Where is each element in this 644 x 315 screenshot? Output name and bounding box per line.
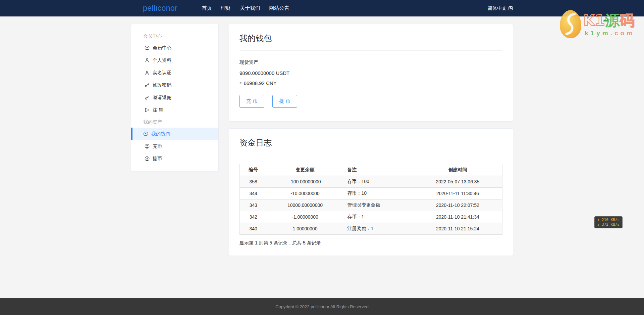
cell-id: 344 — [240, 188, 267, 199]
cell-amount: -10.00000000 — [267, 188, 343, 199]
table-row: 358 -100.00000000 存币：100 2022-05-07 13:0… — [240, 176, 502, 188]
sidebar-item-deposit[interactable]: 充币 — [131, 140, 218, 152]
user-circle-icon — [145, 45, 150, 50]
sidebar-section-my-assets: 我的资产 — [131, 117, 218, 128]
user-circle-icon — [145, 156, 150, 161]
cell-id: 358 — [240, 176, 267, 188]
spot-asset-label: 现货资产 — [239, 59, 502, 65]
cell-note: 存币：10 — [343, 188, 413, 199]
sidebar-item-change-password[interactable]: 修改密码 — [131, 79, 218, 91]
key-icon — [145, 95, 150, 100]
divider — [239, 50, 502, 51]
page-content: 会员中心 会员中心 个人资料 实名认证 修改密码 — [131, 16, 513, 298]
nav-home[interactable]: 首页 — [202, 5, 212, 11]
sidebar: 会员中心 会员中心 个人资料 实名认证 修改密码 — [131, 24, 219, 171]
upload-speed: 210 KB/s — [602, 218, 620, 222]
network-speed-overlay: ↑ 210 KB/s ↓ 372 KB/s — [594, 216, 623, 228]
watermark-domain-right: .com — [610, 30, 635, 37]
watermark-domain: k1ym.com — [585, 30, 635, 37]
sidebar-item-label: 个人资料 — [153, 57, 171, 63]
nav-about[interactable]: 关于我们 — [240, 5, 260, 11]
sidebar-item-label: 注 销 — [153, 107, 163, 113]
withdraw-button[interactable]: 提 币 — [272, 95, 297, 108]
sidebar-item-profile[interactable]: 个人资料 — [131, 54, 218, 66]
fund-log-title: 资金日志 — [239, 137, 502, 148]
main-nav: 首页 理财 关于我们 网站公告 — [202, 5, 289, 11]
sidebar-item-withdraw[interactable]: 提币 — [131, 152, 218, 165]
nav-finance[interactable]: 理财 — [221, 5, 231, 11]
sidebar-item-label: 修改密码 — [153, 82, 171, 88]
column-header-id: 编号 — [240, 164, 267, 176]
sidebar-item-label: 实名认证 — [153, 70, 171, 76]
language-icon — [508, 6, 513, 11]
cell-time: 2020-11-10 21:15:24 — [413, 223, 502, 235]
cell-note: 存币：1 — [343, 211, 413, 223]
sidebar-item-label: 提币 — [153, 156, 162, 162]
watermark-domain-left: k1ym — [585, 30, 610, 37]
user-circle-icon — [145, 144, 150, 149]
footer: Copyright © 2022 pelliconor All Rights R… — [0, 298, 644, 315]
table-row: 343 10000.00000000 管理员变更金额 2020-11-10 22… — [240, 199, 502, 211]
cell-note: 存币：100 — [343, 176, 413, 188]
sidebar-item-kyc[interactable]: 实名认证 — [131, 66, 218, 79]
table-row: 340 1.00000000 注册奖励：1 2020-11-10 21:15:2… — [240, 223, 502, 235]
wallet-card: 我的钱包 现货资产 9890.00000000 USDT ≈ 66988.92 … — [229, 24, 513, 122]
brand-logo[interactable]: pelliconor — [143, 4, 177, 13]
sidebar-item-label: 邀请返佣 — [153, 95, 171, 101]
wallet-title: 我的钱包 — [239, 33, 502, 44]
cell-amount: 1.00000000 — [267, 223, 343, 235]
cell-id: 342 — [240, 211, 267, 223]
sidebar-item-label: 会员中心 — [153, 45, 171, 51]
column-header-amount: 变更余额 — [267, 164, 343, 176]
column-header-time: 创建时间 — [413, 164, 502, 176]
table-row: 344 -10.00000000 存币：10 2020-11-11 11:30:… — [240, 188, 502, 199]
table-row: 342 -1.00000000 存币：1 2020-11-10 21:41:34 — [240, 211, 502, 223]
divider — [239, 155, 502, 155]
sidebar-item-label: 充币 — [153, 143, 162, 149]
user-icon — [145, 70, 150, 75]
cell-note: 注册奖励：1 — [343, 223, 413, 235]
key-icon — [145, 83, 150, 88]
sidebar-item-referral[interactable]: 邀请返佣 — [131, 91, 218, 104]
cell-id: 340 — [240, 223, 267, 235]
navbar: pelliconor 首页 理财 关于我们 网站公告 简体中文 — [0, 0, 644, 16]
upload-arrow-icon: ↑ — [597, 218, 600, 222]
sign-out-icon — [145, 107, 150, 113]
deposit-button[interactable]: 充 币 — [239, 95, 264, 108]
usdt-balance: 9890.00000000 USDT — [239, 70, 502, 76]
user-circle-icon — [143, 131, 148, 136]
language-switcher[interactable]: 简体中文 — [488, 5, 513, 11]
cell-amount: -100.00000000 — [267, 176, 343, 188]
user-icon — [145, 58, 150, 63]
cell-amount: -1.00000000 — [267, 211, 343, 223]
cell-time: 2022-05-07 13:06:35 — [413, 176, 502, 188]
cell-amount: 10000.00000000 — [267, 199, 343, 211]
download-speed: 372 KB/s — [602, 222, 620, 227]
copyright-text: Copyright © 2022 pelliconor All Rights R… — [275, 304, 369, 309]
cell-time: 2020-11-11 11:30:46 — [413, 188, 502, 199]
nav-announcements[interactable]: 网站公告 — [269, 5, 289, 11]
sidebar-section-member-center: 会员中心 — [131, 31, 218, 42]
sidebar-item-my-wallet[interactable]: 我的钱包 — [131, 128, 218, 140]
main-column: 我的钱包 现货资产 9890.00000000 USDT ≈ 66988.92 … — [229, 24, 513, 263]
table-header-row: 编号 变更余额 备注 创建时间 — [240, 164, 502, 176]
pagination-summary: 显示第 1 到第 5 条记录，总共 5 条记录 — [239, 240, 502, 246]
cell-note: 管理员变更金额 — [343, 199, 413, 211]
fund-log-card: 资金日志 编号 变更余额 备注 创建时间 358 -100.00000000 存… — [229, 128, 513, 256]
language-label: 简体中文 — [488, 5, 506, 11]
cell-id: 343 — [240, 199, 267, 211]
column-header-note: 备注 — [343, 164, 413, 176]
sidebar-item-label: 我的钱包 — [151, 131, 170, 137]
cell-time: 2020-11-10 22:07:52 — [413, 199, 502, 211]
download-arrow-icon: ↓ — [597, 222, 600, 227]
sidebar-item-member-center[interactable]: 会员中心 — [131, 42, 218, 54]
cell-time: 2020-11-10 21:41:34 — [413, 211, 502, 223]
sidebar-item-logout[interactable]: 注 销 — [131, 104, 218, 116]
cny-equivalent: ≈ 66988.92 CNY — [239, 80, 502, 86]
fund-log-table: 编号 变更余额 备注 创建时间 358 -100.00000000 存币：100… — [239, 164, 502, 235]
